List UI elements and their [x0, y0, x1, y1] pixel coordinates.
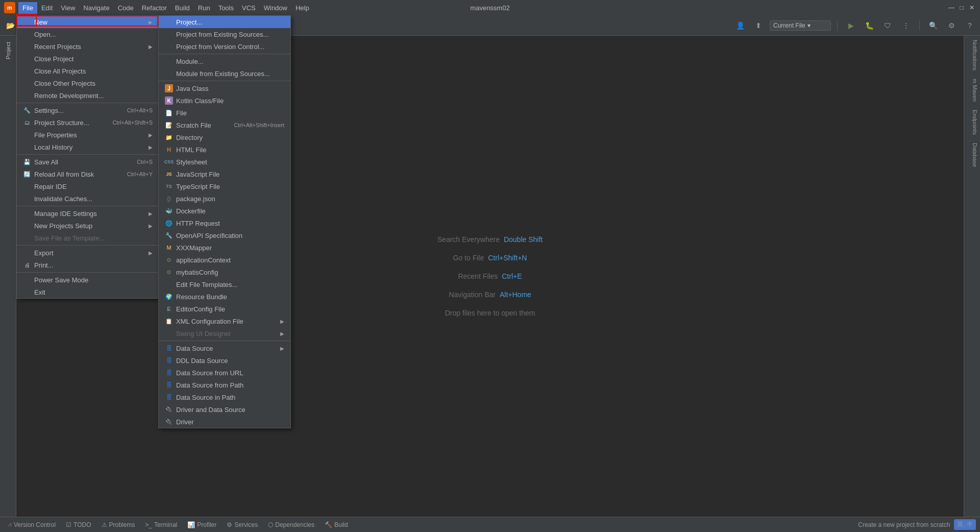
- new-project-vcs-item[interactable]: Project from Version Control...: [159, 40, 290, 53]
- menu-navigate[interactable]: Navigate: [79, 2, 113, 14]
- menu-invalidate-item[interactable]: Invalidate Caches...: [17, 192, 159, 205]
- right-tab-maven[interactable]: m Maven: [964, 75, 980, 106]
- toolbar-open-btn[interactable]: 📂: [3, 18, 17, 33]
- profiler-tab[interactable]: 📊 Profiler: [183, 517, 220, 532]
- toolbar-help-btn[interactable]: ?: [963, 18, 977, 33]
- menu-manage-ide-item[interactable]: Manage IDE Settings ▶: [17, 207, 159, 220]
- new-ds-url-item[interactable]: 🗄 Data Source from URL: [159, 367, 290, 379]
- toolbar-git-icon[interactable]: ⬆: [751, 18, 766, 33]
- current-file-dropdown[interactable]: Current File ▾: [770, 20, 831, 31]
- new-project-item[interactable]: Project...: [159, 16, 290, 28]
- new-scratch-file-item[interactable]: 📝 Scratch File Ctrl+Alt+Shift+Insert: [159, 119, 290, 131]
- menu-settings-item[interactable]: 🔧 Settings... Ctrl+Alt+S: [17, 104, 159, 116]
- new-java-class-item[interactable]: J Java Class: [159, 82, 290, 94]
- menu-close-project-item[interactable]: Close Project: [17, 53, 159, 65]
- menu-print-item[interactable]: 🖨 Print...: [17, 259, 159, 271]
- menu-close-other-projects-item[interactable]: Close Other Projects: [17, 77, 159, 89]
- toolbar-profile-btn[interactable]: 👤: [733, 18, 747, 33]
- menu-code[interactable]: Code: [114, 2, 138, 14]
- toolbar-coverage-btn[interactable]: 🛡: [880, 18, 895, 33]
- menu-help[interactable]: Help: [291, 2, 313, 14]
- right-tab-notifications[interactable]: Notifications: [964, 36, 980, 75]
- menu-view[interactable]: View: [57, 2, 79, 14]
- new-ddl-item[interactable]: 🗄 DDL Data Source: [159, 354, 290, 367]
- services-tab[interactable]: ⚙ Services: [223, 517, 262, 532]
- menu-save-template-item: Save File as Template...: [17, 232, 159, 244]
- toolbar-more-btn[interactable]: ⋮: [899, 18, 913, 33]
- menu-export-item[interactable]: Export ▶: [17, 247, 159, 259]
- menu-edit[interactable]: Edit: [37, 2, 57, 14]
- right-tab-database[interactable]: Database: [964, 139, 980, 171]
- menu-build[interactable]: Build: [171, 2, 194, 14]
- new-openapi-item[interactable]: 🔧 OpenAPI Specification: [159, 229, 290, 241]
- new-packagejson-item[interactable]: {} package.json: [159, 192, 290, 205]
- new-html-item[interactable]: H HTML File: [159, 143, 290, 156]
- new-xml-config-item[interactable]: 📋 XML Configuration File ▶: [159, 315, 290, 327]
- repair-label: Repair IDE: [34, 183, 67, 190]
- menu-exit-item[interactable]: Exit: [17, 286, 159, 298]
- new-appcontext-item[interactable]: ⚙ applicationContext: [159, 254, 290, 266]
- new-js-item[interactable]: JS JavaScript File: [159, 168, 290, 180]
- menu-save-all-item[interactable]: 💾 Save All Ctrl+S: [17, 156, 159, 168]
- minimize-button[interactable]: —: [947, 4, 955, 12]
- new-kotlin-item[interactable]: K Kotlin Class/File: [159, 94, 290, 107]
- scratch-label: Scratch File: [176, 122, 211, 129]
- menu-project-structure-item[interactable]: 🗂 Project Structure... Ctrl+Alt+Shift+S: [17, 116, 159, 129]
- version-control-tab[interactable]: ⑁ Version Control: [4, 517, 60, 532]
- new-module-item[interactable]: Module...: [159, 55, 290, 67]
- new-file-item[interactable]: 📄 File: [159, 107, 290, 119]
- toolbar-run2-btn[interactable]: ▶: [844, 18, 858, 33]
- menu-file[interactable]: File: [18, 2, 37, 14]
- menu-tools[interactable]: Tools: [214, 2, 238, 14]
- menu-vcs[interactable]: VCS: [238, 2, 260, 14]
- ds-url-icon: 🗄: [165, 369, 173, 377]
- new-resource-bundle-item[interactable]: 🌍 Resource Bundle: [159, 291, 290, 303]
- new-driver-item[interactable]: 🔌 Driver: [159, 416, 290, 428]
- menu-repair-item[interactable]: Repair IDE: [17, 180, 159, 192]
- menu-open-item[interactable]: Open...: [17, 28, 159, 40]
- menu-refactor[interactable]: Refactor: [138, 2, 171, 14]
- new-stylesheet-item[interactable]: CSS Stylesheet: [159, 156, 290, 168]
- new-driver-ds-item[interactable]: 🔌 Driver and Data Source: [159, 403, 290, 416]
- new-edit-templates-item[interactable]: Edit File Templates...: [159, 278, 290, 291]
- terminal-tab[interactable]: >_ Terminal: [141, 517, 181, 532]
- menu-reload-item[interactable]: 🔄 Reload All from Disk Ctrl+Alt+Y: [17, 168, 159, 180]
- new-ds-in-path-item[interactable]: 🗄 Data Source in Path: [159, 391, 290, 403]
- build-tab[interactable]: 🔨 Build: [321, 517, 352, 532]
- new-ds-path-item[interactable]: 🗄 Data Source from Path: [159, 379, 290, 391]
- new-mybatis-item[interactable]: ⚙ mybatisConfig: [159, 266, 290, 278]
- todo-tab[interactable]: ☑ TODO: [62, 517, 95, 532]
- menu-new-projects-setup-item[interactable]: New Projects Setup ▶: [17, 220, 159, 232]
- maximize-button[interactable]: □: [958, 4, 966, 12]
- menu-window[interactable]: Window: [260, 2, 291, 14]
- sidebar-tab-project[interactable]: Project: [3, 38, 13, 63]
- new-proj-setup-arrow: ▶: [149, 223, 153, 229]
- new-module-existing-item[interactable]: Module from Existing Sources...: [159, 67, 290, 80]
- menu-power-save-item[interactable]: Power Save Mode: [17, 274, 159, 286]
- new-dockerfile-item[interactable]: 🐳 Dockerfile: [159, 205, 290, 217]
- menu-run[interactable]: Run: [194, 2, 214, 14]
- toolbar-debug2-btn[interactable]: 🐛: [862, 18, 876, 33]
- new-project-existing-item[interactable]: Project from Existing Sources...: [159, 28, 290, 40]
- close-button[interactable]: ✕: [968, 4, 976, 12]
- new-xxxmapper-item[interactable]: M XXXMapper: [159, 241, 290, 254]
- js-label: JavaScript File: [176, 171, 219, 178]
- menu-file-properties-item[interactable]: File Properties ▶: [17, 129, 159, 141]
- dependencies-tab[interactable]: ⬡ Dependencies: [264, 517, 318, 532]
- right-tab-endpoints[interactable]: Endpoints: [964, 106, 980, 139]
- menu-remote-dev-item[interactable]: Remote Development...: [17, 89, 159, 102]
- current-file-label: Current File: [773, 22, 805, 29]
- new-directory-item[interactable]: 📁 Directory: [159, 131, 290, 143]
- problems-tab[interactable]: ⚠ Problems: [97, 517, 139, 532]
- print-label: Print...: [34, 261, 54, 269]
- new-data-source-item[interactable]: 🗄 Data Source ▶: [159, 342, 290, 354]
- new-http-item[interactable]: 🌐 HTTP Request: [159, 217, 290, 229]
- menu-close-all-projects-item[interactable]: Close All Projects: [17, 65, 159, 77]
- menu-recent-projects-item[interactable]: Recent Projects ▶: [17, 40, 159, 53]
- toolbar-search2-btn[interactable]: 🔍: [926, 18, 940, 33]
- toolbar-gear-btn[interactable]: ⚙: [944, 18, 959, 33]
- new-ts-item[interactable]: TS TypeScript File: [159, 180, 290, 192]
- menu-new-item[interactable]: New ▶: [17, 16, 159, 28]
- new-editorconfig-item[interactable]: E EditorConfig File: [159, 303, 290, 315]
- menu-local-history-item[interactable]: Local History ▶: [17, 141, 159, 153]
